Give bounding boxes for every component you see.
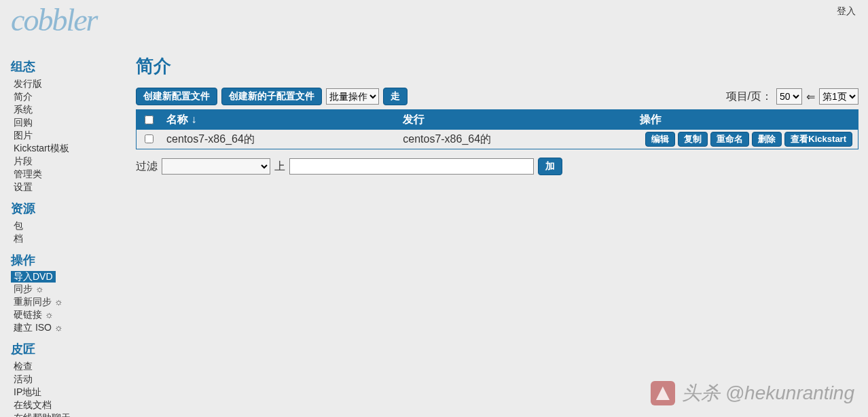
sidebar-header: 操作 (11, 252, 136, 268)
main-content: 简介 创建新配置文件 创建新的子配置文件 批量操作 走 项目/页： 50 ⇐ 第… (136, 41, 868, 417)
sidebar-item[interactable]: 简介 (11, 90, 33, 103)
delete-button[interactable]: 删除 (752, 132, 782, 147)
sidebar-item[interactable]: 包 (11, 219, 23, 232)
filter-field-select[interactable] (162, 158, 270, 175)
profiles-table: 名称 ↓ 发行 操作 centos7-x86_64的centos7-x86_64… (136, 109, 858, 149)
sidebar-item[interactable]: 检查 (11, 360, 33, 373)
sidebar-item[interactable]: 在线帮助聊天 (11, 412, 71, 417)
filter-value-input[interactable] (289, 158, 534, 175)
row-checkbox[interactable] (145, 134, 153, 143)
rename-button[interactable]: 重命名 (710, 132, 749, 147)
login-link[interactable]: 登入 (837, 0, 868, 41)
filter-up-label: 上 (274, 160, 285, 174)
pager-prev-icon[interactable]: ⇐ (806, 90, 815, 103)
filter-row: 过滤 上 加 (136, 158, 858, 175)
filter-label: 过滤 (136, 160, 158, 174)
col-actions: 操作 (634, 110, 858, 130)
go-button[interactable]: 走 (383, 88, 408, 105)
pager-label: 项目/页： (726, 90, 772, 104)
sidebar-item[interactable]: 活动 (11, 373, 33, 386)
create-new-button[interactable]: 创建新配置文件 (136, 88, 217, 105)
sidebar: 组态发行版简介系统回购图片Kickstart模板片段管理类设置资源包档操作导入D… (0, 41, 136, 417)
sidebar-header: 组态 (11, 58, 136, 75)
sidebar-item[interactable]: 回购 (11, 116, 33, 129)
sidebar-item[interactable]: 建立 ISO ☼ (11, 321, 63, 334)
sidebar-item[interactable]: 重新同步 ☼ (11, 295, 63, 308)
sidebar-item[interactable]: 设置 (11, 181, 33, 194)
col-name[interactable]: 名称 ↓ (161, 110, 397, 130)
col-release[interactable]: 发行 (397, 110, 634, 130)
sidebar-item[interactable]: 片段 (11, 155, 33, 168)
copy-button[interactable]: 复制 (678, 132, 708, 147)
batch-select[interactable]: 批量操作 (326, 88, 379, 105)
sidebar-item[interactable]: IP地址 (11, 386, 41, 399)
sidebar-item[interactable]: 图片 (11, 129, 33, 142)
sidebar-item[interactable]: 系统 (11, 103, 33, 116)
sidebar-item[interactable]: 硬链接 ☼ (11, 308, 54, 321)
sidebar-item[interactable]: 同步 ☼ (11, 283, 44, 295)
select-all-checkbox[interactable] (145, 115, 153, 124)
sidebar-item[interactable]: 档 (11, 232, 23, 245)
sidebar-item[interactable]: 发行版 (11, 77, 42, 90)
table-row: centos7-x86_64的centos7-x86_64的编辑复制重命名删除查… (137, 130, 858, 149)
toolbar: 创建新配置文件 创建新的子配置文件 批量操作 走 项目/页： 50 ⇐ 第1页 (136, 88, 858, 105)
page-title: 简介 (136, 54, 858, 78)
view-kickstart-button[interactable]: 查看Kickstart (784, 132, 852, 147)
page-select[interactable]: 第1页 (819, 88, 858, 105)
cell-name: centos7-x86_64的 (161, 130, 397, 149)
sidebar-header: 皮匠 (11, 341, 136, 357)
filter-add-button[interactable]: 加 (538, 158, 562, 175)
sidebar-item[interactable]: Kickstart模板 (11, 142, 69, 155)
cell-release: centos7-x86_64的 (397, 130, 634, 149)
edit-button[interactable]: 编辑 (645, 132, 675, 147)
pager: 项目/页： 50 ⇐ 第1页 (726, 88, 858, 105)
sidebar-header: 资源 (11, 200, 136, 217)
sidebar-item[interactable]: 导入DVD (11, 271, 56, 283)
sidebar-item[interactable]: 管理类 (11, 168, 42, 181)
items-per-page-select[interactable]: 50 (776, 88, 802, 105)
sidebar-item[interactable]: 在线文档 (11, 399, 52, 412)
logo: cobbler (0, 0, 97, 41)
create-sub-button[interactable]: 创建新的子配置文件 (221, 88, 322, 105)
